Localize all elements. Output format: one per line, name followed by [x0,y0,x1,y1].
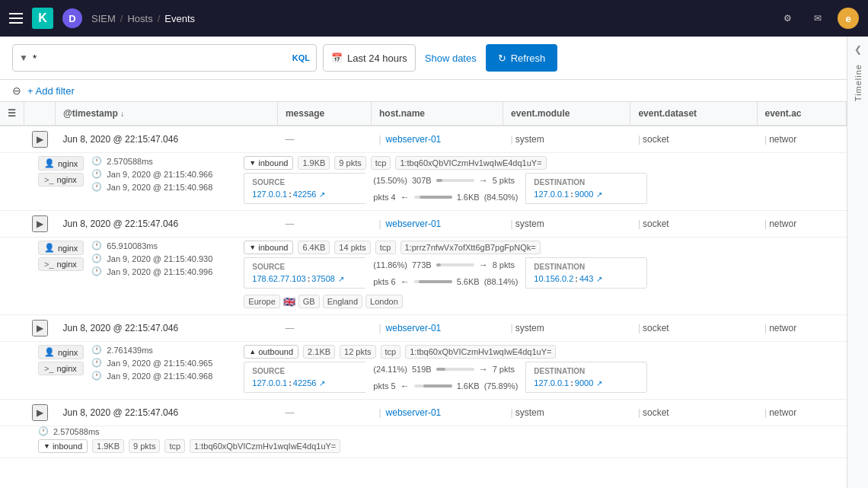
row4-host[interactable]: webserver-01 [378,407,441,418]
chevron-down-icon: ▼ [43,442,50,450]
time-picker[interactable]: 📅 Last 24 hours [323,44,416,72]
size-badge: 1.9KB [298,156,330,170]
breadcrumb: SIEM / Hosts / Events [91,13,195,24]
expand-button[interactable]: ▶ [32,320,48,336]
stat1-pct: (15.50%) [373,176,407,185]
nginx-badge-1[interactable]: 👤 nginx [38,241,84,255]
src-port[interactable]: 42256 [293,190,317,199]
col-event-module[interactable]: event.module [503,102,630,126]
dst-port[interactable]: 443 [579,274,593,283]
expand-button[interactable]: ▶ [32,215,48,232]
stat2-pkts: 4 pkts [373,193,395,202]
timeline-toggle[interactable]: ❮ [854,44,862,55]
filter-icon[interactable]: ⊖ [12,85,21,97]
destination-label: Destination [534,367,639,375]
row2-host[interactable]: webserver-01 [378,218,441,229]
gb-flag: 🇬🇧 [283,296,295,308]
src-ip[interactable]: 127.0.0.1 [252,378,287,388]
nginx-badge-1[interactable]: 👤 nginx [38,345,84,359]
nginx-badge-2[interactable]: >_ nginx [38,257,84,271]
direction-badge[interactable]: ▼ inbound [244,156,293,170]
flow-id: 1:tbq60xQbVICzmHv1wqIwE4dq1uY= [395,156,546,170]
show-dates-button[interactable]: Show dates [422,53,480,64]
arrow-right-icon: → [479,260,488,270]
breadcrumb-hosts[interactable]: Hosts [127,13,152,24]
row4-event-ac: networ [764,407,796,418]
row2-event-ac: networ [764,218,796,229]
direction-badge[interactable]: ▼ inbound [244,241,293,254]
source-box: Source 127.0.0.1 : 42256 ↗ [244,173,365,204]
dst-ip[interactable]: 127.0.0.1 [534,190,569,199]
expand-button[interactable]: ▶ [32,131,48,148]
ext-link-icon[interactable]: ↗ [319,379,325,388]
src-port[interactable]: 42256 [293,378,317,388]
col-timestamp[interactable]: @timestamp ↓ [56,102,278,126]
top-navigation: K D SIEM / Hosts / Events ⚙ ✉ e [0,0,868,37]
stat1-bytes: 773B [412,260,432,270]
breadcrumb-siem[interactable]: SIEM [91,13,116,24]
col-event-ac[interactable]: event.ac [757,102,846,126]
sort-icon[interactable]: ↓ [120,110,124,118]
ext-link-icon[interactable]: ↗ [596,275,602,283]
mail-icon[interactable]: ✉ [807,8,828,29]
row1-message: — [285,134,294,145]
nginx-badge-2[interactable]: >_ nginx [38,362,84,375]
arrow-left-icon: ← [400,192,410,203]
geo-london[interactable]: London [365,295,403,308]
expand-button[interactable]: ▶ [32,404,48,421]
src-port[interactable]: 37508 [311,274,335,283]
row1-host[interactable]: webserver-01 [378,134,441,145]
arrow-right-icon: → [479,364,488,375]
col-list-icon[interactable]: ☰ [0,102,24,126]
col-hostname[interactable]: host.name [371,102,503,126]
pkts-badge: 14 pkts [334,241,370,254]
space-avatar[interactable]: D [62,8,82,28]
stat1-bytes: 307B [412,176,432,185]
user-avatar[interactable]: e [838,8,859,29]
geo-england[interactable]: England [323,295,362,308]
direction-badge[interactable]: ▲ outbound [244,345,298,359]
row3-host[interactable]: webserver-01 [378,323,441,333]
dst-ip[interactable]: 127.0.0.1 [534,378,569,388]
dst-port[interactable]: 9000 [575,190,593,199]
row4-message: — [285,407,294,418]
stat2-bytes: 1.6KB [457,193,480,202]
stat2-bytes: 1.6KB [457,381,480,391]
direction-badge[interactable]: ▼ inbound [38,439,88,453]
terminal-icon: >_ [44,364,54,373]
table-row: ▶ Jun 8, 2020 @ 22:15:47.046 — webserver… [0,126,847,153]
src-ip[interactable]: 178.62.77.103 [252,274,305,283]
hamburger-menu[interactable] [9,13,23,24]
dst-ip[interactable]: 10.156.0.2 [534,274,573,283]
ext-link-icon[interactable]: ↗ [596,190,602,199]
refresh-button[interactable]: ↻ Refresh [486,44,558,72]
col-message[interactable]: message [277,102,371,126]
row4-spacer [0,400,24,426]
chevron-up-icon: ▲ [249,348,256,356]
nginx-badge-1[interactable]: 👤 nginx [38,156,84,171]
ext-link-icon[interactable]: ↗ [319,190,325,199]
geo-gb[interactable]: GB [298,295,320,308]
col-event-dataset[interactable]: event.dataset [630,102,757,126]
query-bar-icon[interactable]: ▼ [19,53,28,63]
row2-timestamp: Jun 8, 2020 @ 22:15:47.046 [63,218,179,229]
stat1-pkts: 7 pkts [493,365,515,374]
nginx-badge-2[interactable]: >_ nginx [38,173,84,187]
col-expand [24,102,56,126]
settings-icon[interactable]: ⚙ [777,8,798,29]
ext-link-icon[interactable]: ↗ [596,379,602,388]
arrow-left-icon: ← [400,381,410,391]
geo-europe[interactable]: Europe [244,295,279,308]
src-ip[interactable]: 127.0.0.1 [252,190,287,199]
clock-icon: 🕐 [91,345,102,355]
time-start-3: Jan 9, 2020 @ 21:15:40.965 [107,359,212,368]
clock-icon: 🕐 [91,358,102,368]
flow-id: 1:prrz7nfwVx7ofXtt6gB7pgFpNQk= [400,241,541,254]
add-filter-button[interactable]: + Add filter [27,85,75,97]
destination-box: Destination 10.156.0.2 : 443 ↗ [525,257,647,289]
dst-port[interactable]: 9000 [575,378,593,388]
query-bar[interactable]: ▼ KQL [12,44,317,72]
query-input[interactable] [33,53,288,64]
ext-link-icon[interactable]: ↗ [338,275,344,283]
row4-module: system [511,407,544,418]
